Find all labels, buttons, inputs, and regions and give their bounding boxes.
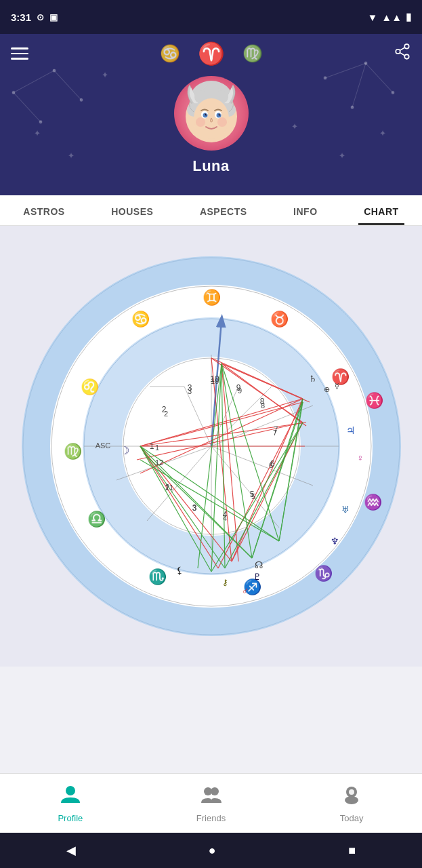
svg-text:♆: ♆ bbox=[330, 536, 339, 547]
svg-text:ASC: ASC bbox=[95, 441, 110, 450]
android-nav-bar: ◀ ● ■ bbox=[0, 833, 422, 868]
today-icon bbox=[341, 784, 362, 810]
tab-astros[interactable]: ASTROS bbox=[18, 195, 70, 225]
svg-text:☿: ☿ bbox=[334, 382, 339, 390]
svg-point-41 bbox=[196, 117, 205, 127]
svg-text:8: 8 bbox=[260, 401, 264, 410]
header: ✦ ✦ ✦ ✦ ✦ ✦ ♋ ♈ ♍ bbox=[0, 34, 422, 195]
svg-line-23 bbox=[400, 53, 404, 56]
svg-text:♅: ♅ bbox=[341, 505, 350, 515]
svg-point-39 bbox=[206, 113, 207, 115]
today-label: Today bbox=[340, 813, 364, 823]
svg-line-24 bbox=[400, 47, 404, 50]
profile-icon bbox=[60, 784, 81, 810]
back-button[interactable]: ◀ bbox=[66, 843, 76, 858]
svg-point-20 bbox=[404, 44, 409, 49]
svg-point-6 bbox=[39, 121, 42, 123]
share-button[interactable] bbox=[394, 43, 411, 64]
nav-today[interactable]: Today bbox=[281, 784, 422, 823]
svg-text:⊕: ⊕ bbox=[323, 385, 329, 393]
svg-line-73 bbox=[232, 422, 303, 561]
svg-point-13 bbox=[351, 106, 354, 108]
notification-icon: ⊙ bbox=[37, 12, 44, 22]
svg-text:✦: ✦ bbox=[34, 129, 41, 139]
svg-text:3: 3 bbox=[187, 387, 191, 395]
menu-line-2 bbox=[11, 53, 28, 55]
svg-line-88 bbox=[211, 363, 221, 572]
svg-line-85 bbox=[221, 363, 279, 541]
svg-line-60 bbox=[117, 446, 211, 480]
status-icons: ▼ ▲▲ ▮ bbox=[367, 11, 411, 23]
svg-text:♂: ♂ bbox=[241, 586, 249, 596]
svg-text:♑: ♑ bbox=[314, 564, 333, 583]
bottom-nav: Profile Friends Today bbox=[0, 773, 422, 833]
svg-line-77 bbox=[211, 358, 232, 561]
svg-point-5 bbox=[80, 98, 83, 101]
nav-profile[interactable]: Profile bbox=[0, 784, 141, 823]
music-icon: ▣ bbox=[49, 12, 58, 22]
svg-text:✦: ✦ bbox=[291, 121, 299, 132]
menu-line-1 bbox=[11, 47, 28, 50]
svg-line-2 bbox=[14, 93, 41, 122]
battery-icon: ▮ bbox=[406, 11, 411, 23]
svg-line-0 bbox=[14, 71, 54, 92]
zodiac-aries[interactable]: ♈ bbox=[198, 41, 225, 66]
status-bar: 3:31 ⊙ ▣ ▼ ▲▲ ▮ bbox=[0, 0, 422, 34]
svg-text:♒: ♒ bbox=[363, 493, 382, 511]
tab-chart[interactable]: CHART bbox=[358, 195, 404, 225]
svg-line-56 bbox=[211, 446, 313, 486]
user-name: Luna bbox=[192, 157, 230, 175]
chart-area: 1 2 3 10 9 8 7 6 5 4 3 2 1 2 3 10 9 bbox=[0, 226, 422, 667]
svg-point-10 bbox=[324, 77, 326, 79]
friends-icon bbox=[201, 784, 222, 810]
svg-text:♊: ♊ bbox=[202, 288, 221, 307]
friends-label: Friends bbox=[196, 813, 226, 823]
svg-text:✦: ✦ bbox=[68, 151, 75, 161]
svg-point-42 bbox=[217, 117, 227, 127]
tab-info[interactable]: INFO bbox=[288, 195, 322, 225]
svg-text:♀: ♀ bbox=[356, 453, 364, 463]
svg-text:1: 1 bbox=[154, 443, 159, 452]
svg-text:2: 2 bbox=[163, 410, 167, 418]
avatar bbox=[174, 76, 249, 151]
profile-label: Profile bbox=[58, 813, 83, 823]
svg-line-49 bbox=[184, 387, 211, 446]
menu-button[interactable] bbox=[11, 47, 28, 60]
svg-text:♋: ♋ bbox=[131, 310, 150, 328]
svg-text:♃: ♃ bbox=[345, 425, 354, 436]
svg-point-157 bbox=[349, 789, 354, 795]
svg-text:✦: ✦ bbox=[102, 70, 109, 80]
recent-button[interactable]: ■ bbox=[348, 844, 356, 858]
home-button[interactable]: ● bbox=[209, 844, 216, 858]
svg-text:♓: ♓ bbox=[364, 391, 383, 410]
svg-text:7: 7 bbox=[272, 429, 276, 437]
svg-line-92 bbox=[225, 422, 303, 568]
zodiac-virgo[interactable]: ♍ bbox=[242, 44, 263, 63]
svg-text:12: 12 bbox=[154, 458, 163, 467]
svg-point-152 bbox=[66, 786, 75, 795]
svg-text:4: 4 bbox=[222, 514, 226, 522]
nav-friends[interactable]: Friends bbox=[141, 784, 282, 823]
svg-line-89 bbox=[198, 363, 221, 568]
svg-text:9: 9 bbox=[237, 387, 241, 395]
svg-text:⚷: ⚷ bbox=[221, 578, 228, 587]
status-time-area: 3:31 ⊙ ▣ bbox=[11, 12, 58, 23]
svg-point-4 bbox=[53, 69, 56, 72]
zodiac-cancer[interactable]: ♋ bbox=[160, 44, 180, 63]
svg-text:♇: ♇ bbox=[253, 572, 261, 582]
svg-text:11: 11 bbox=[165, 484, 173, 492]
tab-bar: ASTROS HOUSES ASPECTS INFO CHART bbox=[0, 195, 422, 226]
svg-text:☽: ☽ bbox=[120, 445, 129, 456]
svg-line-84 bbox=[140, 446, 211, 572]
svg-point-156 bbox=[345, 796, 358, 804]
svg-text:10: 10 bbox=[210, 377, 218, 385]
svg-line-86 bbox=[221, 363, 252, 558]
tab-houses[interactable]: HOUSES bbox=[106, 195, 159, 225]
tab-aspects[interactable]: ASPECTS bbox=[194, 195, 253, 225]
status-time: 3:31 bbox=[11, 12, 31, 23]
svg-text:5: 5 bbox=[251, 492, 255, 500]
signal-icon: ▲▲ bbox=[381, 12, 402, 23]
svg-line-8 bbox=[366, 63, 393, 92]
svg-text:3: 3 bbox=[192, 504, 196, 512]
svg-line-94 bbox=[279, 402, 303, 541]
